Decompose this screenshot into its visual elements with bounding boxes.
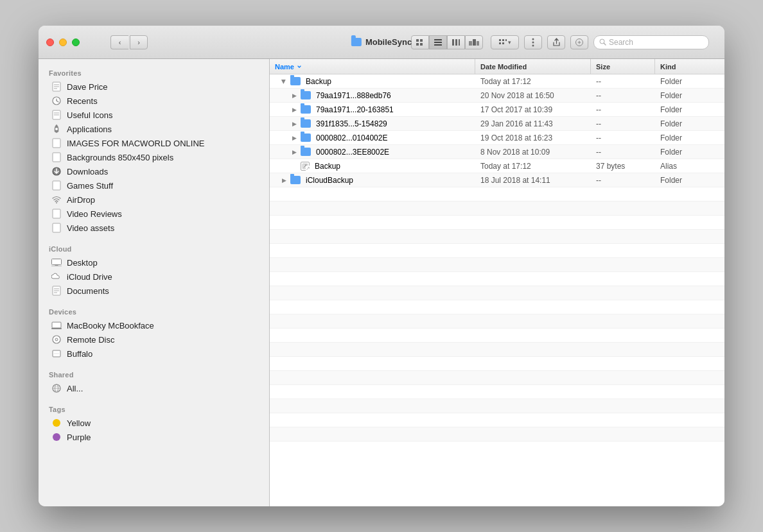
sidebar-item-macbooky[interactable]: MacBooky McBookface xyxy=(41,318,267,332)
folder-icon xyxy=(301,105,311,114)
svg-rect-13 xyxy=(499,39,501,41)
sidebar-item-downloads[interactable]: Downloads xyxy=(41,164,267,178)
sidebar-label-airdrop: AirDrop xyxy=(67,195,95,205)
file-name-label: 0000802...0104002E xyxy=(316,133,387,142)
edit-button[interactable] xyxy=(570,35,588,49)
col-header-date[interactable]: Date Modified xyxy=(475,59,591,74)
back-button[interactable]: ‹ xyxy=(110,35,128,49)
file-icon xyxy=(51,223,62,233)
minimize-button[interactable] xyxy=(59,39,67,46)
icon-view-button[interactable] xyxy=(411,35,429,49)
column-view-button[interactable] xyxy=(447,35,465,49)
sidebar-label-macbooky: MacBooky McBookface xyxy=(67,321,154,330)
sidebar-item-images-macworld[interactable]: IMAGES FOR MACWORLD ONLINE xyxy=(41,136,267,150)
arrange-button[interactable]: ▾ xyxy=(491,35,519,49)
expand-arrow[interactable]: ▶ xyxy=(280,176,288,184)
folder-icon xyxy=(301,133,311,142)
svg-rect-50 xyxy=(52,322,61,328)
main-content: Favorites Dave Price xyxy=(39,59,724,506)
table-row[interactable]: Backup Today at 17:12 37 bytes Alias xyxy=(270,159,724,173)
sidebar-item-recents[interactable]: Recents xyxy=(41,94,267,108)
search-box[interactable]: Search xyxy=(593,35,709,49)
sidebar-item-applications[interactable]: Applications xyxy=(41,122,267,136)
expand-arrow[interactable]: ▶ xyxy=(290,92,298,99)
sidebar-item-video-reviews[interactable]: Video Reviews xyxy=(41,207,267,221)
sidebar-item-video-assets[interactable]: Video assets xyxy=(41,221,267,235)
sidebar-item-icloud-drive[interactable]: iCloud Drive xyxy=(41,270,267,284)
expand-arrow[interactable]: ▶ xyxy=(280,78,288,85)
file-size: -- xyxy=(591,77,655,86)
col-header-name[interactable]: Name xyxy=(270,59,475,74)
sidebar-label-video-assets: Video assets xyxy=(67,223,114,233)
file-kind: Folder xyxy=(655,176,724,185)
svg-rect-10 xyxy=(469,41,472,46)
svg-point-19 xyxy=(532,41,534,43)
table-row[interactable]: ▶ 0000802...3EE8002E 8 Nov 2018 at 10:09… xyxy=(270,145,724,159)
col-header-size[interactable]: Size xyxy=(591,59,655,74)
sidebar-item-desktop[interactable]: Desktop xyxy=(41,255,267,270)
svg-rect-15 xyxy=(505,39,507,41)
file-name-cell: ▶ 0000802...0104002E xyxy=(270,133,475,142)
wifi-icon xyxy=(51,194,62,205)
file-kind: Folder xyxy=(655,105,724,114)
download-icon xyxy=(51,166,62,176)
file-kind: Folder xyxy=(655,119,724,128)
file-size: -- xyxy=(591,119,655,128)
sidebar-label-buffalo: Buffalo xyxy=(67,349,92,359)
file-name-cell: ▶ 79aa1971...888edb76 xyxy=(270,91,475,100)
table-row-empty xyxy=(270,258,724,272)
forward-button[interactable]: › xyxy=(130,35,148,49)
sidebar-item-useful-icons[interactable]: Useful Icons xyxy=(41,108,267,122)
svg-rect-51 xyxy=(51,328,62,329)
action-button[interactable] xyxy=(524,35,542,49)
table-row[interactable]: ▶ 0000802...0104002E 19 Oct 2018 at 16:2… xyxy=(270,131,724,145)
table-row[interactable]: ▶ 79aa1971...20-163851 17 Oct 2017 at 10… xyxy=(270,103,724,117)
expand-arrow[interactable]: ▶ xyxy=(290,120,298,128)
svg-rect-14 xyxy=(502,39,504,41)
share-button[interactable] xyxy=(547,35,565,49)
sidebar-item-buffalo[interactable]: Buffalo xyxy=(41,347,267,361)
table-row[interactable]: ▶ Backup Today at 17:12 -- Folder xyxy=(270,74,724,89)
sidebar-label-documents: Documents xyxy=(67,286,109,296)
sidebar-item-yellow-tag[interactable]: Yellow xyxy=(41,416,267,430)
file-name-cell: ▶ 79aa1971...20-163851 xyxy=(270,105,475,114)
rocket-icon xyxy=(51,124,62,134)
purple-tag-icon xyxy=(51,432,62,442)
svg-rect-3 xyxy=(420,43,423,46)
file-size: -- xyxy=(591,133,655,142)
folder-icon xyxy=(290,176,301,184)
sidebar-item-purple-tag[interactable]: Purple xyxy=(41,430,267,444)
sidebar-item-all[interactable]: All... xyxy=(41,381,267,395)
table-row[interactable]: ▶ 391f1835...5-154829 29 Jan 2016 at 11:… xyxy=(270,117,724,131)
expand-arrow[interactable]: ▶ xyxy=(290,134,298,142)
file-name-label: iCloudBackup xyxy=(306,176,353,185)
alias-icon xyxy=(301,162,310,171)
cover-flow-button[interactable] xyxy=(465,35,483,49)
sidebar-label-icloud-drive: iCloud Drive xyxy=(67,272,112,282)
file-name-label: 0000802...3EE8002E xyxy=(316,148,389,157)
sidebar-item-backgrounds[interactable]: Backgrounds 850x450 pixels xyxy=(41,150,267,164)
table-row[interactable]: ▶ iCloudBackup 18 Jul 2018 at 14:11 -- F… xyxy=(270,173,724,187)
finder-window: ‹ › MobileSync xyxy=(39,26,724,506)
sidebar-label-dave-price: Dave Price xyxy=(67,82,108,92)
table-row[interactable]: ▶ 79aa1971...888edb76 20 Nov 2018 at 16:… xyxy=(270,89,724,103)
expand-arrow[interactable]: ▶ xyxy=(290,106,298,114)
search-placeholder: Search xyxy=(609,38,633,47)
maximize-button[interactable] xyxy=(72,39,80,46)
list-view-button[interactable] xyxy=(429,35,447,49)
sidebar-item-dave-price[interactable]: Dave Price xyxy=(41,80,267,94)
toolbar: ▾ xyxy=(403,35,717,49)
col-header-kind[interactable]: Kind xyxy=(655,59,724,74)
file-icon xyxy=(51,152,62,162)
expand-arrow[interactable]: ▶ xyxy=(290,148,298,156)
sidebar-item-airdrop[interactable]: AirDrop xyxy=(41,193,267,207)
sidebar-label-all: All... xyxy=(67,384,83,393)
sidebar-item-remote-disc[interactable]: Remote Disc xyxy=(41,332,267,347)
svg-rect-11 xyxy=(473,39,476,46)
sidebar-item-documents[interactable]: Documents xyxy=(41,284,267,298)
sidebar-item-games-stuff[interactable]: Games Stuff xyxy=(41,178,267,193)
file-size: -- xyxy=(591,176,655,185)
table-row-empty xyxy=(270,216,724,230)
close-button[interactable] xyxy=(46,39,54,46)
file-size: 37 bytes xyxy=(591,162,655,171)
